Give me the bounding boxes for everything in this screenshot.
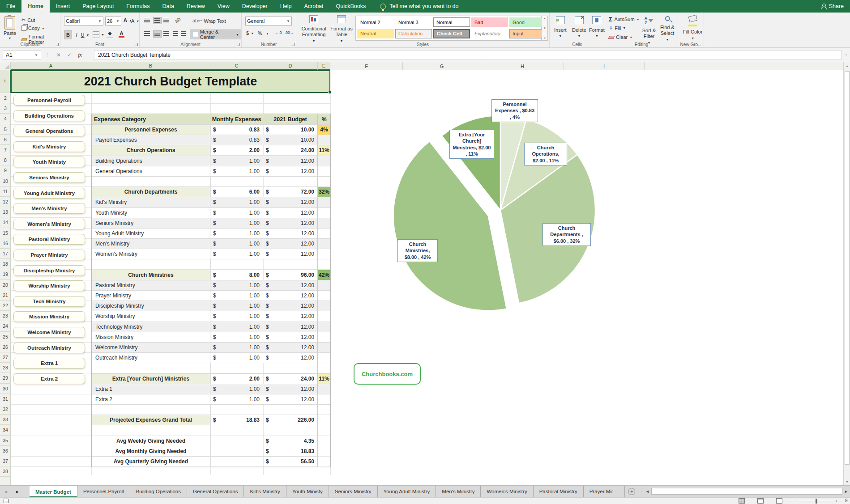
cell-detail-label[interactable]: Welcome Ministry bbox=[92, 343, 210, 353]
sheet-tab-seniors-ministry[interactable]: Seniors Ministry bbox=[329, 486, 378, 497]
row-header-31[interactable]: 31 bbox=[0, 394, 11, 404]
chart-data-label-church-operations[interactable]: Church Operations, $2.00 , 11% bbox=[524, 143, 567, 165]
cell-blank[interactable] bbox=[92, 363, 210, 373]
cell-d[interactable]: $72.00 bbox=[263, 187, 318, 197]
cell-blank[interactable] bbox=[92, 405, 210, 415]
style-chip-explanatory[interactable]: Explanatory ... bbox=[471, 29, 508, 38]
cell-d[interactable]: $12.00 bbox=[263, 384, 318, 394]
row-header-10[interactable]: 10 bbox=[0, 176, 11, 186]
cell-d[interactable]: $10.00 bbox=[263, 135, 318, 145]
cell-blank[interactable] bbox=[92, 177, 210, 187]
hscroll-left-icon[interactable]: ◄ bbox=[645, 489, 649, 494]
cell-d[interactable]: $12.00 bbox=[263, 229, 318, 239]
header-percent[interactable]: % bbox=[318, 114, 330, 125]
row-header-36[interactable]: 36 bbox=[0, 446, 11, 456]
sheet-tab-personnel-payroll[interactable]: Personnel-Payroll bbox=[77, 486, 130, 497]
cell-d[interactable]: $12.00 bbox=[263, 197, 318, 208]
style-chip-good[interactable]: Good bbox=[509, 17, 546, 27]
vertical-scrollbar[interactable]: ▲ ▼ bbox=[843, 62, 850, 485]
cell-d[interactable]: $10.00 bbox=[263, 125, 318, 135]
menu-tab-view[interactable]: View bbox=[211, 0, 236, 13]
row-header-17[interactable]: 17 bbox=[0, 249, 11, 259]
cell-detail-label[interactable]: General Operations bbox=[92, 166, 210, 177]
format-cells-button[interactable]: Format▼ bbox=[589, 16, 605, 38]
sheet-tab-pastoral-ministry[interactable]: Pastoral Ministry bbox=[534, 486, 584, 497]
row-header-28[interactable]: 28 bbox=[0, 363, 11, 373]
row-header-18[interactable]: 18 bbox=[0, 259, 11, 269]
style-chip-normal-3[interactable]: Normal 3 bbox=[395, 17, 432, 27]
cell-section-label[interactable]: Church Departments bbox=[92, 187, 210, 197]
font-color-button[interactable]: A bbox=[119, 30, 124, 38]
add-sheet-button[interactable]: + bbox=[625, 486, 638, 497]
cell-percent-empty[interactable] bbox=[318, 322, 330, 332]
cell-d[interactable]: $12.00 bbox=[263, 301, 318, 311]
col-header-I[interactable]: I bbox=[564, 62, 645, 70]
cell-d[interactable]: $12.00 bbox=[263, 343, 318, 353]
cell-percent-empty[interactable] bbox=[318, 343, 330, 353]
row-header-15[interactable]: 15 bbox=[0, 228, 11, 238]
clipboard-dialog-launcher[interactable] bbox=[56, 43, 59, 46]
cell-d[interactable]: $12.00 bbox=[263, 353, 318, 363]
sort-filter-button[interactable]: AZSort & Filter▼ bbox=[640, 16, 658, 44]
cell-percent-empty[interactable] bbox=[318, 156, 330, 166]
number-format-combo[interactable]: General▼ bbox=[245, 17, 292, 25]
cell-percent[interactable]: 11% bbox=[318, 374, 330, 384]
cell-percent-empty[interactable] bbox=[318, 291, 330, 301]
cell-detail-label[interactable]: Youth Ministy bbox=[92, 208, 210, 218]
cell-c[interactable]: $1.00 bbox=[210, 291, 263, 301]
shape-button-men-s-ministry[interactable]: Men's Ministry bbox=[13, 203, 85, 214]
shrink-font-button[interactable]: A▼ bbox=[131, 18, 139, 24]
view-page-layout-icon[interactable] bbox=[757, 498, 764, 504]
sheet-tab-men-s-ministry[interactable]: Men's Ministry bbox=[436, 486, 481, 497]
cell-d[interactable]: $226.00 bbox=[263, 415, 318, 425]
shape-button-welcome-ministry[interactable]: Welcome Ministry bbox=[13, 327, 85, 338]
view-page-break-icon[interactable] bbox=[776, 498, 782, 504]
menu-tab-acrobat[interactable]: Acrobat bbox=[298, 0, 329, 13]
accounting-format-button[interactable]: $▼ bbox=[246, 30, 254, 36]
sheet-tab-youth-ministy[interactable]: Youth Ministy bbox=[286, 486, 329, 497]
row-header-6[interactable]: 6 bbox=[0, 135, 11, 145]
row-header-12[interactable]: 12 bbox=[0, 197, 11, 207]
cell-detail-label[interactable]: Extra 1 bbox=[92, 384, 210, 394]
row-header-7[interactable]: 7 bbox=[0, 145, 11, 155]
decrease-decimal-button[interactable]: .00→ bbox=[285, 30, 294, 35]
row-header-19[interactable]: 19 bbox=[0, 269, 11, 280]
clear-button[interactable]: Clear▼ bbox=[609, 34, 632, 40]
menu-tab-developer[interactable]: Developer bbox=[236, 0, 274, 13]
cell-detail-label[interactable]: Discipleship Ministry bbox=[92, 301, 210, 311]
row-header-27[interactable]: 27 bbox=[0, 352, 11, 363]
row-header-38[interactable]: 38 bbox=[0, 466, 11, 477]
cell-c[interactable]: $8.00 bbox=[210, 270, 263, 280]
cell-percent-empty[interactable] bbox=[318, 135, 330, 145]
col-header-B[interactable]: B bbox=[91, 62, 210, 70]
horizontal-scroll-thumb[interactable] bbox=[651, 488, 842, 495]
cell-blank[interactable] bbox=[263, 425, 318, 436]
cell-c[interactable]: $1.00 bbox=[210, 384, 263, 394]
cell-section-label[interactable]: Personnel Expenses bbox=[92, 125, 210, 135]
increase-indent-icon[interactable] bbox=[181, 31, 186, 36]
expand-formula-bar-icon[interactable]: ⌄ bbox=[844, 52, 848, 56]
row-header-8[interactable]: 8 bbox=[0, 155, 11, 165]
cell-section-label[interactable]: Extra [Your Church] Ministries bbox=[92, 374, 210, 384]
cell-percent[interactable]: 11% bbox=[318, 145, 330, 156]
sheet-tab-young-adult-ministry[interactable]: Young Adult Ministry bbox=[378, 486, 436, 497]
horizontal-scrollbar[interactable]: ⋮ ◄ ► bbox=[639, 486, 850, 496]
row-header-22[interactable]: 22 bbox=[0, 301, 11, 311]
shape-button-worship-ministry[interactable]: Worship Ministry bbox=[13, 280, 85, 291]
cell-detail-label[interactable]: Extra 2 bbox=[92, 394, 210, 405]
align-bottom-icon[interactable] bbox=[163, 18, 169, 22]
cell-c[interactable]: $0.83 bbox=[210, 125, 263, 135]
cell-c[interactable]: $2.00 bbox=[210, 374, 263, 384]
cell-percent-empty[interactable] bbox=[318, 384, 330, 394]
wrap-text-button[interactable]: ab↩Wrap Text bbox=[192, 18, 226, 24]
cell-d[interactable]: $12.00 bbox=[263, 280, 318, 291]
shape-button-general-operations[interactable]: General Operations bbox=[13, 126, 85, 136]
cell-c[interactable]: $1.00 bbox=[210, 218, 263, 229]
cell-detail-label[interactable]: Young Adult Ministry bbox=[92, 229, 210, 239]
gallery-scroll-down-icon[interactable]: ▼ bbox=[543, 27, 546, 30]
cell-blank[interactable] bbox=[318, 259, 330, 270]
cell-d[interactable]: $4.35 bbox=[263, 436, 318, 446]
select-all-corner[interactable] bbox=[0, 62, 11, 70]
alignment-dialog-launcher[interactable] bbox=[237, 43, 240, 46]
cell-blank[interactable] bbox=[318, 177, 330, 187]
